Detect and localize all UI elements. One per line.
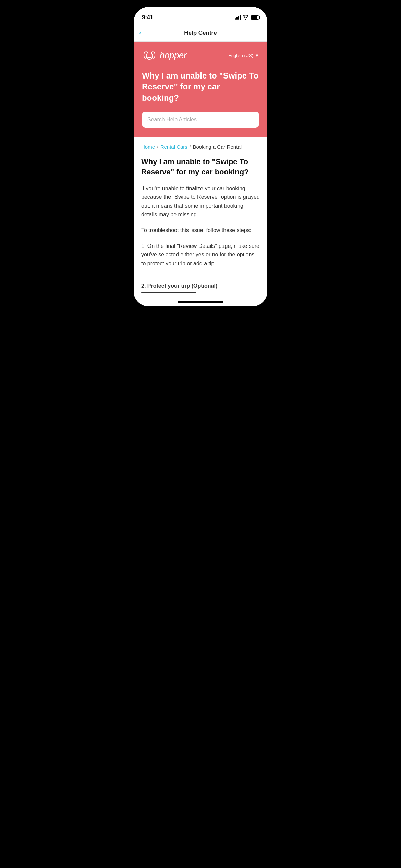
battery-icon [251,15,259,20]
breadcrumb-rental-cars[interactable]: Rental Cars [160,144,187,150]
status-time: 9:41 [142,14,153,21]
search-box[interactable]: Search Help Articles [142,112,259,128]
status-bar: 9:41 [134,7,267,24]
breadcrumb-home[interactable]: Home [141,144,155,150]
partial-step-text: 2. Protect your trip (Optional) [141,283,217,289]
search-placeholder: Search Help Articles [147,117,197,123]
breadcrumb-sep-2: / [190,144,191,149]
breadcrumb: Home / Rental Cars / Booking a Car Renta… [141,144,260,150]
nav-title: Help Centre [184,29,217,36]
article-paragraph-2: To troubleshoot this issue, follow these… [141,226,260,235]
bottom-section: 2. Protect your trip (Optional) [134,281,267,297]
breadcrumb-sep-1: / [157,144,158,149]
status-icons [235,15,259,20]
hero-title: Why I am unable to "Swipe To Reserve" fo… [142,70,259,104]
nav-header: ‹ Help Centre [134,24,267,42]
hopper-logo: hopper [142,50,186,61]
content-area: Home / Rental Cars / Booking a Car Renta… [134,137,267,281]
rabbit-icon [142,51,157,60]
phone-frame: 9:41 ‹ Help Cent [134,7,267,306]
svg-point-1 [151,52,152,53]
article-title: Why I am unable to "Swipe To Reserve" fo… [141,157,260,177]
home-indicator [178,301,223,303]
hero-banner: hopper English (US) ▼ Why I am unable to… [134,42,267,137]
wifi-icon [243,15,248,20]
signal-icon [235,15,241,20]
underline-decoration [141,292,196,293]
back-button[interactable]: ‹ [139,29,141,36]
hero-top-row: hopper English (US) ▼ [142,50,259,61]
article-paragraph-1: If you're unable to finalize your car bo… [141,184,260,219]
hopper-logo-text: hopper [160,50,186,61]
language-selector[interactable]: English (US) ▼ [228,53,259,58]
article-step-1: 1. On the final "Review Details" page, m… [141,242,260,268]
breadcrumb-current: Booking a Car Rental [193,144,242,150]
svg-point-0 [147,52,148,53]
article-body: If you're unable to finalize your car bo… [141,184,260,268]
